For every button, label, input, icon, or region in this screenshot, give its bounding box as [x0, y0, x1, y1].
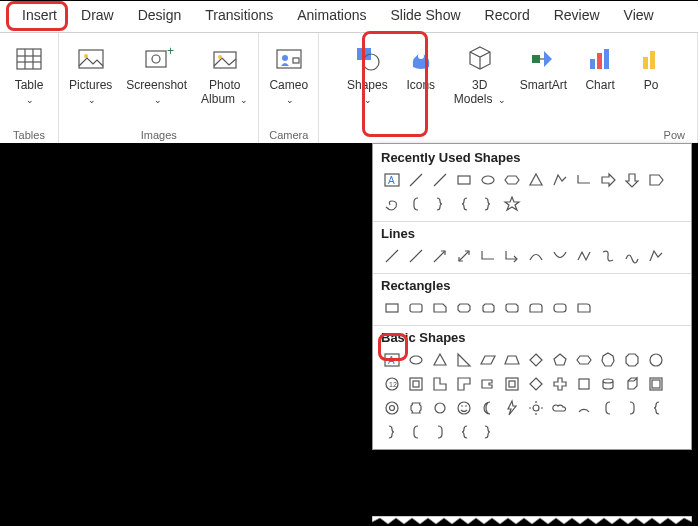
shape-freeform[interactable]: [645, 245, 667, 267]
shape-rbrace2[interactable]: [477, 421, 499, 443]
tab-record[interactable]: Record: [473, 1, 542, 32]
shape-oval[interactable]: [477, 169, 499, 191]
shape-rect[interactable]: [453, 169, 475, 191]
shape-smile[interactable]: [453, 397, 475, 419]
shape-diamond[interactable]: [525, 349, 547, 371]
shape-frame[interactable]: [645, 373, 667, 395]
shape-line[interactable]: [429, 169, 451, 191]
shape-lbrace[interactable]: [645, 397, 667, 419]
shape-spiral[interactable]: [381, 193, 403, 215]
tab-design[interactable]: Design: [126, 1, 194, 32]
3d-models-button[interactable]: 3DModels ⌄: [448, 39, 512, 109]
shape-pent[interactable]: [549, 349, 571, 371]
shape-textbox[interactable]: A: [381, 349, 403, 371]
shape-hex[interactable]: [501, 169, 523, 191]
table-button[interactable]: Table⌄: [4, 39, 54, 109]
shape-rbrace2[interactable]: [477, 193, 499, 215]
shape-para[interactable]: [477, 349, 499, 371]
shape-lbr2[interactable]: [405, 421, 427, 443]
shape-snipround[interactable]: [477, 297, 499, 319]
shape-ellipse[interactable]: [405, 349, 427, 371]
shape-hex[interactable]: [573, 349, 595, 371]
shape-tri[interactable]: [429, 349, 451, 371]
shape-textbox[interactable]: A: [381, 169, 403, 191]
shape-hept[interactable]: [597, 349, 619, 371]
tab-animations[interactable]: Animations: [285, 1, 378, 32]
tab-insert[interactable]: Insert: [10, 1, 69, 32]
shape-curve2[interactable]: [549, 245, 571, 267]
shape-notch[interactable]: [477, 373, 499, 395]
shape-scribble[interactable]: [621, 245, 643, 267]
shape-round1[interactable]: [573, 297, 595, 319]
shape-rtri[interactable]: [453, 349, 475, 371]
shape-plus[interactable]: [549, 373, 571, 395]
shape-elbow[interactable]: [477, 245, 499, 267]
tab-transitions[interactable]: Transitions: [193, 1, 285, 32]
shape-square[interactable]: [573, 373, 595, 395]
shape-trap[interactable]: [501, 349, 523, 371]
shape-line[interactable]: [381, 245, 403, 267]
pictures-button[interactable]: Pictures⌄: [63, 39, 118, 109]
shape-elbowarr[interactable]: [501, 245, 523, 267]
shape-arrow[interactable]: [429, 245, 451, 267]
shape-rbrace[interactable]: [381, 421, 403, 443]
shape-line[interactable]: [405, 245, 427, 267]
shape-lbrace2[interactable]: [453, 421, 475, 443]
shape-donut[interactable]: [381, 397, 403, 419]
photo-album-button[interactable]: PhotoAlbum ⌄: [195, 39, 254, 109]
shape-line[interactable]: [405, 169, 427, 191]
shape-bolt[interactable]: [501, 397, 523, 419]
shape-dec[interactable]: [645, 349, 667, 371]
shape-rarrow[interactable]: [597, 169, 619, 191]
shape-corner[interactable]: [453, 373, 475, 395]
shape-dblarrow[interactable]: [453, 245, 475, 267]
shape-freeform[interactable]: [549, 169, 571, 191]
smartart-button[interactable]: SmartArt: [514, 39, 573, 95]
shape-rect[interactable]: [381, 297, 403, 319]
shape-penta[interactable]: [645, 169, 667, 191]
shape-roundtop[interactable]: [525, 297, 547, 319]
shape-circle[interactable]: [429, 397, 451, 419]
shape-lbracket[interactable]: [405, 193, 427, 215]
shape-arc[interactable]: [573, 397, 595, 419]
shape-rbr[interactable]: [621, 397, 643, 419]
tab-draw[interactable]: Draw: [69, 1, 126, 32]
tab-slideshow[interactable]: Slide Show: [379, 1, 473, 32]
shape-moon[interactable]: [477, 397, 499, 419]
shape-lshape[interactable]: [429, 373, 451, 395]
shape-lbr[interactable]: [597, 397, 619, 419]
shape-plaque[interactable]: [405, 397, 427, 419]
shape-elbow[interactable]: [573, 169, 595, 191]
shape-rbrace[interactable]: [429, 193, 451, 215]
shape-sun[interactable]: [525, 397, 547, 419]
shape-rectrect[interactable]: [405, 373, 427, 395]
shape-s[interactable]: [597, 245, 619, 267]
shape-circnum[interactable]: 12: [381, 373, 403, 395]
tab-view[interactable]: View: [612, 1, 666, 32]
shape-rect2[interactable]: [501, 373, 523, 395]
screenshot-button[interactable]: + Screenshot⌄: [120, 39, 193, 109]
shape-curve[interactable]: [525, 245, 547, 267]
shape-cube[interactable]: [621, 373, 643, 395]
tab-review[interactable]: Review: [542, 1, 612, 32]
shape-tri[interactable]: [525, 169, 547, 191]
powerbi-button[interactable]: Po: [627, 39, 675, 95]
shape-snip2[interactable]: [453, 297, 475, 319]
shapes-button[interactable]: Shapes⌄: [341, 39, 394, 109]
icons-button[interactable]: Icons: [396, 39, 446, 95]
shape-cyl[interactable]: [597, 373, 619, 395]
shape-rhombus[interactable]: [525, 373, 547, 395]
shape-rbr2[interactable]: [429, 421, 451, 443]
shape-roundrect[interactable]: [405, 297, 427, 319]
shape-roundsame[interactable]: [549, 297, 571, 319]
shape-lbrace[interactable]: [453, 193, 475, 215]
shape-snip1[interactable]: [429, 297, 451, 319]
shape-zigzag[interactable]: [573, 245, 595, 267]
shape-cloud[interactable]: [549, 397, 571, 419]
chart-button[interactable]: Chart: [575, 39, 625, 95]
shape-darrow[interactable]: [621, 169, 643, 191]
shape-rounddiag[interactable]: [501, 297, 523, 319]
cameo-button[interactable]: Cameo⌄: [263, 39, 314, 109]
shape-oct[interactable]: [621, 349, 643, 371]
shape-star[interactable]: [501, 193, 523, 215]
